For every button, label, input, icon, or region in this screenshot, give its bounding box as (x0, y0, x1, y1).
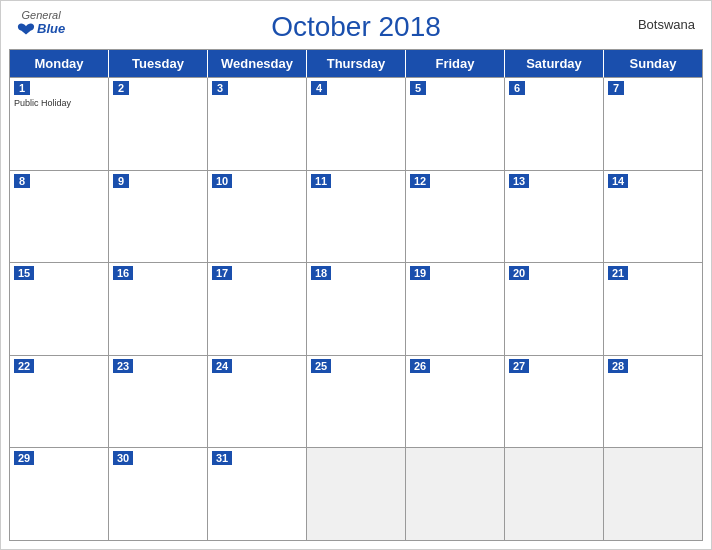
day-cell-7: 7 (604, 78, 703, 171)
week-row-3: 15 16 17 18 19 20 21 (10, 263, 703, 356)
day-number-6: 6 (509, 81, 525, 95)
day-number-22: 22 (14, 359, 34, 373)
country-label: Botswana (638, 17, 695, 32)
day-event-1: Public Holiday (14, 98, 71, 108)
day-headers-row: Monday Tuesday Wednesday Thursday Friday… (10, 50, 703, 78)
day-number-31: 31 (212, 451, 232, 465)
day-cell-3: 3 (208, 78, 307, 171)
calendar-header: General Blue October 2018 Botswana (1, 1, 711, 49)
header-tuesday: Tuesday (109, 50, 208, 78)
day-cell-26: 26 (406, 356, 505, 449)
logo-bird-icon (17, 22, 35, 36)
logo-blue: Blue (17, 21, 65, 36)
day-cell-5: 5 (406, 78, 505, 171)
day-cell-18: 18 (307, 263, 406, 356)
day-number-21: 21 (608, 266, 628, 280)
week-row-4: 22 23 24 25 26 27 28 (10, 356, 703, 449)
day-number-9: 9 (113, 174, 129, 188)
day-number-28: 28 (608, 359, 628, 373)
day-number-10: 10 (212, 174, 232, 188)
day-number-4: 4 (311, 81, 327, 95)
day-cell-24: 24 (208, 356, 307, 449)
week-row-5: 29 30 31 (10, 448, 703, 541)
day-cell-19: 19 (406, 263, 505, 356)
day-number-19: 19 (410, 266, 430, 280)
day-number-3: 3 (212, 81, 228, 95)
header-monday: Monday (10, 50, 109, 78)
day-number-14: 14 (608, 174, 628, 188)
header-wednesday: Wednesday (208, 50, 307, 78)
day-number-23: 23 (113, 359, 133, 373)
day-cell-21: 21 (604, 263, 703, 356)
day-number-30: 30 (113, 451, 133, 465)
day-cell-28: 28 (604, 356, 703, 449)
header-saturday: Saturday (505, 50, 604, 78)
day-number-25: 25 (311, 359, 331, 373)
day-cell-15: 15 (10, 263, 109, 356)
calendar-grid: Monday Tuesday Wednesday Thursday Friday… (9, 49, 703, 541)
day-cell-27: 27 (505, 356, 604, 449)
day-number-5: 5 (410, 81, 426, 95)
day-cell-14: 14 (604, 171, 703, 264)
day-number-11: 11 (311, 174, 331, 188)
logo-area: General Blue (17, 9, 65, 36)
day-cell-11: 11 (307, 171, 406, 264)
day-number-18: 18 (311, 266, 331, 280)
day-cell-30: 30 (109, 448, 208, 541)
day-cell-6: 6 (505, 78, 604, 171)
day-cell-29: 29 (10, 448, 109, 541)
week-row-1: 1 Public Holiday 2 3 4 5 6 7 (10, 78, 703, 171)
day-cell-20: 20 (505, 263, 604, 356)
day-number-12: 12 (410, 174, 430, 188)
day-cell-16: 16 (109, 263, 208, 356)
header-sunday: Sunday (604, 50, 703, 78)
day-cell-empty-4 (604, 448, 703, 541)
day-cell-2: 2 (109, 78, 208, 171)
day-cell-25: 25 (307, 356, 406, 449)
logo-general: General (22, 9, 61, 21)
day-cell-12: 12 (406, 171, 505, 264)
day-cell-4: 4 (307, 78, 406, 171)
day-cell-10: 10 (208, 171, 307, 264)
day-cell-31: 31 (208, 448, 307, 541)
day-number-24: 24 (212, 359, 232, 373)
day-number-1: 1 (14, 81, 30, 95)
day-number-15: 15 (14, 266, 34, 280)
day-cell-23: 23 (109, 356, 208, 449)
day-cell-1: 1 Public Holiday (10, 78, 109, 171)
day-number-27: 27 (509, 359, 529, 373)
calendar-container: General Blue October 2018 Botswana Monda… (0, 0, 712, 550)
week-row-2: 8 9 10 11 12 13 14 (10, 171, 703, 264)
day-cell-8: 8 (10, 171, 109, 264)
day-number-16: 16 (113, 266, 133, 280)
day-number-13: 13 (509, 174, 529, 188)
day-cell-empty-3 (505, 448, 604, 541)
day-cell-empty-1 (307, 448, 406, 541)
header-thursday: Thursday (307, 50, 406, 78)
day-cell-17: 17 (208, 263, 307, 356)
day-cell-22: 22 (10, 356, 109, 449)
day-number-17: 17 (212, 266, 232, 280)
day-number-7: 7 (608, 81, 624, 95)
day-number-2: 2 (113, 81, 129, 95)
day-cell-empty-2 (406, 448, 505, 541)
day-number-20: 20 (509, 266, 529, 280)
day-cell-9: 9 (109, 171, 208, 264)
header-friday: Friday (406, 50, 505, 78)
day-number-26: 26 (410, 359, 430, 373)
day-number-29: 29 (14, 451, 34, 465)
calendar-title: October 2018 (271, 11, 441, 43)
day-cell-13: 13 (505, 171, 604, 264)
day-number-8: 8 (14, 174, 30, 188)
